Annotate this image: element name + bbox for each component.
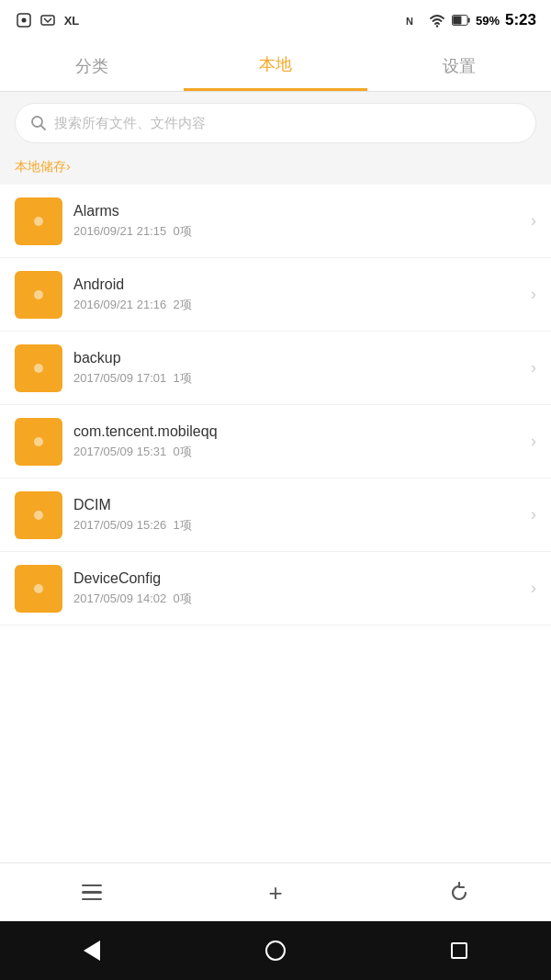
chevron-icon-mobileqq: › <box>531 432 536 451</box>
file-meta-android: 2016/09/21 21:16 2项 <box>73 297 520 313</box>
file-item-deviceconfig[interactable]: DeviceConfig 2017/05/09 14:02 0项 › <box>0 552 551 625</box>
home-button[interactable] <box>248 930 303 971</box>
file-info-deviceconfig: DeviceConfig 2017/05/09 14:02 0项 <box>62 570 531 607</box>
app-icon-1 <box>15 11 33 29</box>
search-icon <box>30 115 47 131</box>
breadcrumb-bar: 本地储存› <box>0 154 551 185</box>
nav-bar <box>0 921 551 980</box>
plus-icon: + <box>268 881 282 905</box>
file-meta-backup: 2017/05/09 17:01 1项 <box>73 370 520 387</box>
svg-text:N: N <box>406 16 413 27</box>
clock: 5:23 <box>505 11 536 29</box>
file-name-alarms: Alarms <box>73 203 520 220</box>
file-info-mobileqq: com.tencent.mobileqq 2017/05/09 15:31 0项 <box>62 423 531 460</box>
file-meta-alarms: 2016/09/21 21:15 0项 <box>73 223 520 240</box>
breadcrumb[interactable]: 本地储存› <box>15 159 71 174</box>
tab-classify[interactable]: 分类 <box>0 40 184 91</box>
bottom-toolbar: + <box>0 862 551 921</box>
status-bar: XL N 59% 5:23 <box>0 0 551 40</box>
folder-icon-mobileqq <box>15 418 62 466</box>
file-item-dcim[interactable]: DCIM 2017/05/09 15:26 1项 › <box>0 479 551 552</box>
status-bar-right: N 59% 5:23 <box>404 11 536 29</box>
battery-percent: 59% <box>476 14 500 28</box>
search-box[interactable]: 搜索所有文件、文件内容 <box>15 103 536 143</box>
search-placeholder: 搜索所有文件、文件内容 <box>54 115 206 132</box>
search-container: 搜索所有文件、文件内容 <box>0 92 551 154</box>
back-icon <box>84 941 100 961</box>
file-meta-mobileqq: 2017/05/09 15:31 0项 <box>73 444 520 460</box>
tab-local[interactable]: 本地 <box>184 40 367 91</box>
chevron-icon-dcim: › <box>531 505 536 524</box>
folder-icon-dcim <box>15 491 62 539</box>
file-item-android[interactable]: Android 2016/09/21 21:16 2项 › <box>0 258 551 332</box>
file-item-backup[interactable]: backup 2017/05/09 17:01 1项 › <box>0 332 551 405</box>
chevron-icon-backup: › <box>531 358 536 377</box>
hamburger-icon <box>82 884 102 901</box>
file-item-alarms[interactable]: Alarms 2016/09/21 21:15 0项 › <box>0 185 551 258</box>
file-item-mobileqq[interactable]: com.tencent.mobileqq 2017/05/09 15:31 0项… <box>0 405 551 479</box>
folder-icon-deviceconfig <box>15 565 62 613</box>
refresh-icon <box>447 881 471 905</box>
app-icon-3: XL <box>62 11 81 29</box>
svg-rect-7 <box>453 16 461 24</box>
file-info-backup: backup 2017/05/09 17:01 1项 <box>62 350 531 387</box>
file-meta-deviceconfig: 2017/05/09 14:02 0项 <box>73 591 520 607</box>
chevron-icon-alarms: › <box>531 211 536 231</box>
file-list: Alarms 2016/09/21 21:15 0项 › Android 201… <box>0 185 551 862</box>
file-info-android: Android 2016/09/21 21:16 2项 <box>62 276 531 313</box>
tab-bar: 分类 本地 设置 <box>0 40 551 92</box>
file-info-alarms: Alarms 2016/09/21 21:15 0项 <box>62 203 531 240</box>
recents-button[interactable] <box>432 930 487 971</box>
svg-rect-2 <box>41 16 54 25</box>
app-icon-2 <box>39 11 57 29</box>
folder-icon-android <box>15 271 62 319</box>
file-name-mobileqq: com.tencent.mobileqq <box>73 423 520 440</box>
chevron-icon-android: › <box>531 285 536 304</box>
svg-point-4 <box>436 25 438 27</box>
svg-line-9 <box>41 126 45 130</box>
chevron-icon-deviceconfig: › <box>531 579 536 598</box>
back-button[interactable] <box>64 930 119 971</box>
wifi-icon <box>428 11 446 29</box>
svg-rect-6 <box>467 18 469 23</box>
folder-icon-alarms <box>15 197 62 245</box>
file-info-dcim: DCIM 2017/05/09 15:26 1项 <box>62 497 531 534</box>
folder-icon-backup <box>15 344 62 392</box>
home-icon <box>265 941 286 961</box>
battery-icon <box>452 11 470 29</box>
tab-settings[interactable]: 设置 <box>367 40 551 91</box>
file-meta-dcim: 2017/05/09 15:26 1项 <box>73 517 520 534</box>
status-bar-left: XL <box>15 11 81 29</box>
file-name-android: Android <box>73 276 520 293</box>
file-name-deviceconfig: DeviceConfig <box>73 570 520 587</box>
file-name-backup: backup <box>73 350 520 366</box>
menu-button[interactable] <box>64 873 119 913</box>
add-button[interactable]: + <box>248 873 303 913</box>
nfc-icon: N <box>404 11 422 29</box>
file-name-dcim: DCIM <box>73 497 520 513</box>
recents-icon <box>451 942 467 959</box>
svg-point-1 <box>22 18 27 23</box>
refresh-button[interactable] <box>432 873 487 913</box>
